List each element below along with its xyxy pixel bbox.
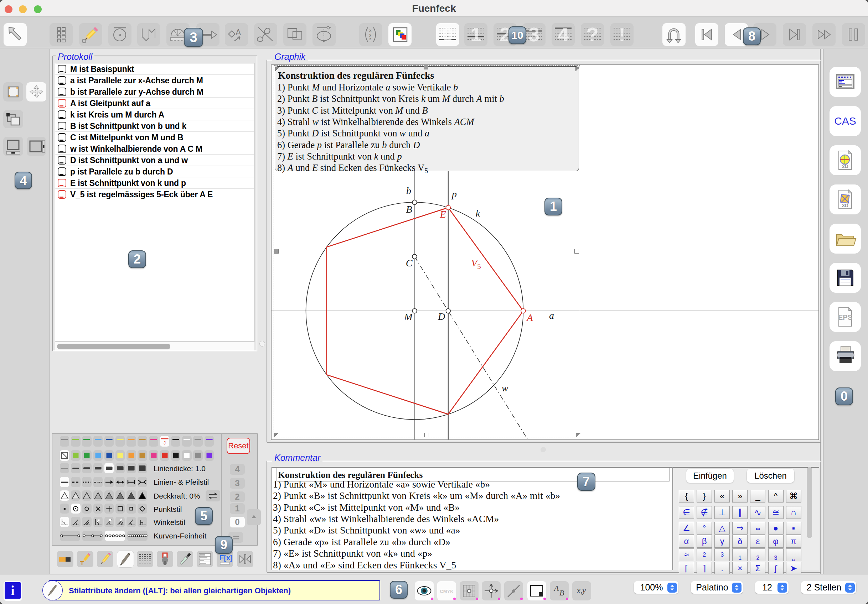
svg-text:3D: 3D [842, 202, 848, 209]
svg-text:?: ? [586, 23, 598, 46]
svg-text:4: 4 [558, 23, 569, 46]
svg-text:0: 0 [442, 23, 453, 46]
svg-text:2D: 2D [842, 164, 848, 169]
svg-text:3: 3 [529, 23, 539, 46]
svg-text:CMYK: CMYK [440, 589, 454, 594]
svg-text:F[x]: F[x] [220, 554, 232, 562]
svg-text:J: J [164, 440, 166, 445]
svg-text:y: y [369, 33, 372, 37]
svg-text:A: A [236, 28, 241, 37]
svg-text:x: x [369, 28, 372, 33]
svg-text:B: B [560, 589, 564, 597]
svg-text:z: z [369, 37, 372, 41]
svg-text:!: ! [618, 23, 625, 46]
svg-text:EPS: EPS [838, 314, 852, 321]
svg-text:x,y: x,y [577, 586, 586, 595]
svg-text:A: A [553, 584, 559, 593]
svg-text:CAS: CAS [834, 115, 856, 127]
svg-text:1: 1 [470, 23, 481, 46]
